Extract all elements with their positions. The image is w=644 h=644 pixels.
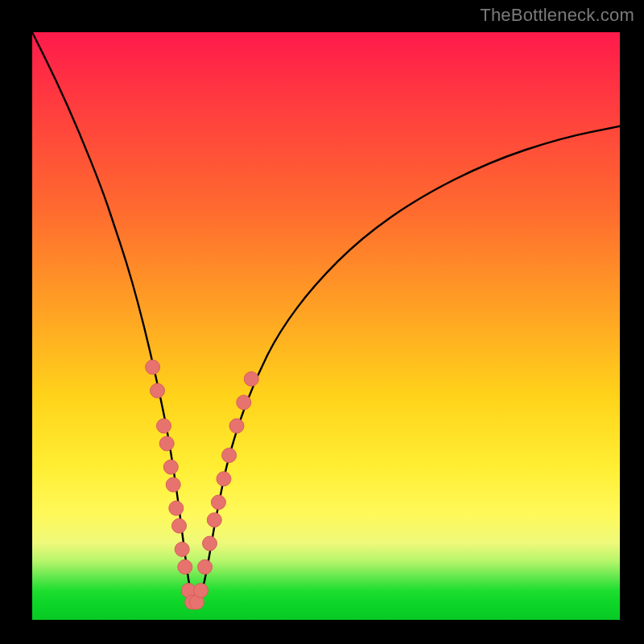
- curve-marker: [244, 372, 258, 386]
- curve-markers: [146, 360, 259, 609]
- plot-area: [32, 32, 620, 620]
- curve-marker: [211, 495, 225, 510]
- bottleneck-curve: [32, 32, 620, 601]
- curve-layer: [32, 32, 620, 620]
- curve-marker: [198, 559, 213, 574]
- watermark-text: TheBottleneck.com: [480, 5, 634, 26]
- curve-marker: [146, 360, 160, 374]
- curve-marker: [169, 501, 184, 515]
- curve-marker: [222, 448, 237, 463]
- curve-marker: [229, 419, 244, 433]
- curve-marker: [207, 513, 221, 527]
- curve-marker: [237, 395, 251, 410]
- curve-marker: [166, 477, 180, 492]
- curve-marker: [194, 584, 208, 598]
- curve-marker: [203, 536, 217, 551]
- curve-marker: [178, 559, 192, 574]
- chart-frame: TheBottleneck.com: [0, 0, 644, 644]
- curve-marker: [175, 542, 189, 556]
- curve-marker: [163, 460, 178, 474]
- curve-marker: [159, 436, 174, 451]
- curve-marker: [217, 472, 231, 486]
- curve-marker: [172, 518, 187, 533]
- curve-marker: [151, 383, 165, 398]
- curve-marker: [157, 419, 171, 433]
